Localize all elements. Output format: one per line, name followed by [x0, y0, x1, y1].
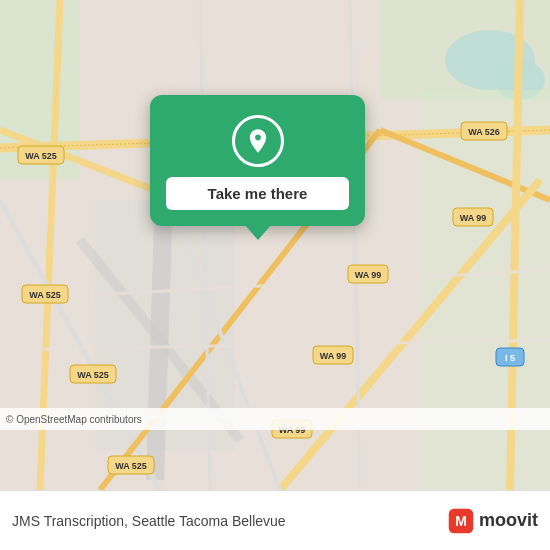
svg-text:WA 525: WA 525 — [25, 151, 57, 161]
svg-rect-3 — [380, 0, 550, 100]
moovit-icon-svg: M — [447, 507, 475, 535]
svg-text:I 5: I 5 — [505, 353, 515, 363]
svg-text:WA 526: WA 526 — [468, 127, 500, 137]
pin-svg — [244, 127, 272, 155]
moovit-text-label: moovit — [479, 510, 538, 531]
attribution-text: © OpenStreetMap contributors — [6, 414, 142, 425]
svg-text:WA 525: WA 525 — [115, 461, 147, 471]
svg-text:WA 525: WA 525 — [77, 370, 109, 380]
bottom-bar: JMS Transcription, Seattle Tacoma Bellev… — [0, 490, 550, 550]
location-pin-icon — [232, 115, 284, 167]
attribution-bar: © OpenStreetMap contributors — [0, 408, 550, 430]
location-label: JMS Transcription, Seattle Tacoma Bellev… — [12, 513, 447, 529]
popup-card: Take me there — [150, 95, 365, 226]
svg-text:WA 99: WA 99 — [355, 270, 382, 280]
svg-text:WA 99: WA 99 — [460, 213, 487, 223]
svg-text:M: M — [455, 513, 467, 529]
take-me-there-button[interactable]: Take me there — [166, 177, 349, 210]
svg-text:WA 525: WA 525 — [29, 290, 61, 300]
svg-text:WA 99: WA 99 — [320, 351, 347, 361]
svg-rect-4 — [420, 90, 550, 490]
map-container: WA 525 WA 526 WA 526 WA 525 WA 525 WA 99… — [0, 0, 550, 490]
moovit-logo: M moovit — [447, 507, 538, 535]
